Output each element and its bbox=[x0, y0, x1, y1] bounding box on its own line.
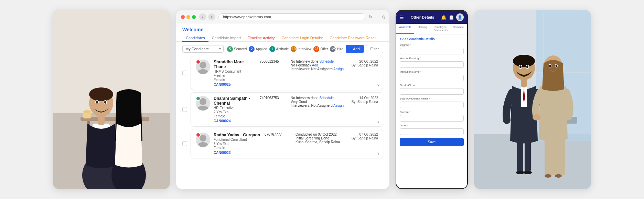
degree-input[interactable] bbox=[400, 48, 464, 54]
candidate-id-3[interactable]: CAN00023 bbox=[214, 151, 261, 155]
avatar-wrapper-3 bbox=[196, 133, 210, 147]
assign-link-1[interactable]: Assign bbox=[333, 67, 344, 71]
hamburger-icon[interactable]: ☰ bbox=[400, 15, 404, 20]
feedback-link-1[interactable]: Add bbox=[312, 63, 318, 67]
left-photo-panel bbox=[53, 10, 170, 189]
svg-point-12 bbox=[89, 87, 113, 101]
mobile-tab-academic[interactable]: Academic bbox=[396, 24, 414, 34]
url-bar[interactable]: https://www.pockethrms.com bbox=[218, 13, 365, 20]
calendar-icon[interactable]: 📋 bbox=[449, 15, 454, 20]
tab-password-reset[interactable]: Candidate Password Reset bbox=[326, 34, 379, 42]
browser-panel: ‹ › https://www.pockethrms.com ↻ + ⎙ Wel… bbox=[176, 10, 389, 189]
status-badges: 5 Sourced 2 Applied 1 Aptitude 10 Interv… bbox=[227, 46, 343, 52]
candidate-name-2: Dharani Sampath - Chennai bbox=[214, 96, 256, 106]
candidate-role-2: HR Executive bbox=[214, 106, 256, 110]
sourced-label: Sourced bbox=[234, 47, 247, 51]
others-input[interactable] bbox=[400, 128, 464, 135]
candidate-role-3: Functional Consultant bbox=[214, 138, 261, 142]
expand-icon-2[interactable]: ∨ bbox=[377, 120, 379, 124]
toolbar-buttons: + Add Filter bbox=[346, 45, 383, 53]
row-checkbox-2[interactable] bbox=[182, 107, 187, 112]
tab-timeline[interactable]: Timeline Activity bbox=[244, 34, 278, 42]
share-button[interactable]: ⎙ bbox=[382, 14, 385, 20]
candidate-filter-select[interactable]: My Candidate bbox=[182, 45, 224, 53]
assign-link-2[interactable]: Assign bbox=[333, 104, 344, 107]
bell-icon[interactable]: 🔔 bbox=[441, 15, 447, 20]
stream-label: Stream * bbox=[400, 111, 464, 114]
candidate-date-3: 07 Oct 2022 By: Sandip Raina bbox=[347, 133, 378, 140]
browser-nav: ‹ › bbox=[199, 13, 215, 20]
applied-count: 2 bbox=[249, 46, 255, 52]
board-label: Board/University Name * bbox=[400, 97, 464, 100]
status-dot-2 bbox=[196, 96, 201, 101]
candidate-id-2[interactable]: CAN00024 bbox=[214, 119, 256, 123]
tab-login-details[interactable]: Candidate Login Detailst bbox=[278, 34, 326, 42]
row-checkbox-1[interactable] bbox=[182, 71, 187, 75]
schedule-link-2[interactable]: Schedule bbox=[319, 96, 334, 100]
badge-hire: 125 Hire bbox=[330, 46, 343, 52]
add-button[interactable]: + Add bbox=[346, 45, 364, 53]
svg-point-23 bbox=[197, 142, 208, 147]
sourced-count: 5 bbox=[227, 46, 233, 52]
filter-button[interactable]: Filter bbox=[366, 45, 383, 53]
expand-icon-1[interactable]: ∨ bbox=[377, 83, 379, 87]
interview-label: Interview bbox=[298, 47, 311, 51]
candidates-list: Shraddha More - Thane HRMS Consultant Fr… bbox=[176, 56, 389, 189]
forward-button[interactable]: › bbox=[208, 13, 215, 20]
expand-icon-3[interactable]: ∨ bbox=[377, 151, 379, 155]
mobile-tab-documents[interactable]: Employee Documents bbox=[432, 24, 450, 34]
degree-label: Degree * bbox=[400, 43, 464, 46]
svg-point-34 bbox=[524, 171, 532, 174]
year-passing-input[interactable] bbox=[400, 61, 464, 68]
svg-point-48 bbox=[533, 114, 541, 121]
others-field: Others bbox=[400, 124, 464, 135]
avatar-wrapper-2 bbox=[196, 96, 210, 111]
candidate-name-1: Shraddha More - Thane bbox=[214, 60, 256, 69]
candidate-status-2: No Interview done Schedule Very Good Int… bbox=[291, 96, 344, 107]
stream-input[interactable] bbox=[400, 115, 464, 122]
save-button[interactable]: Save bbox=[400, 138, 464, 146]
svg-point-53 bbox=[549, 65, 551, 67]
candidate-status-3: Conducted on 07 Oct 2022 Initial Screeni… bbox=[296, 133, 344, 144]
minimize-dot[interactable] bbox=[186, 15, 190, 19]
row-checkbox-3[interactable] bbox=[182, 141, 187, 146]
candidate-id-1[interactable]: CAN00025 bbox=[214, 83, 256, 86]
institution-input[interactable] bbox=[400, 75, 464, 81]
candidate-phone-2: 7401063753 bbox=[260, 96, 287, 100]
maximize-dot[interactable] bbox=[192, 15, 196, 19]
back-button[interactable]: ‹ bbox=[199, 13, 206, 20]
tab-candidates[interactable]: Candidates bbox=[182, 34, 208, 42]
candidate-date-2: 14 Oct 2022 By: Sandip Raina bbox=[347, 96, 378, 104]
candidate-row-2: Dharani Sampath - Chennai HR Executive 2… bbox=[182, 92, 383, 127]
candidate-row-3: Radha Yadav - Gurgaon Functional Consult… bbox=[182, 129, 383, 158]
hire-count: 125 bbox=[330, 46, 336, 52]
grade-input[interactable] bbox=[400, 88, 464, 95]
board-field: Board/University Name * bbox=[400, 97, 464, 108]
offer-count: 23 bbox=[313, 46, 319, 52]
candidate-phone-1: 7506612345 bbox=[260, 60, 287, 63]
refresh-button[interactable]: ↻ bbox=[369, 14, 372, 19]
nav-tabs: Candidates Candidate Import Timeline Act… bbox=[176, 34, 389, 42]
candidate-gender-1: Female bbox=[214, 78, 256, 82]
schedule-link-1[interactable]: Schedule bbox=[319, 60, 334, 63]
svg-point-19 bbox=[197, 69, 208, 74]
candidate-card-3: Radha Yadav - Gurgaon Functional Consult… bbox=[191, 129, 383, 158]
interview-count: 10 bbox=[291, 46, 297, 52]
browser-content: Welcome Candidates Candidate Import Time… bbox=[176, 23, 389, 189]
mobile-panel: ☰ Other Details 🔔 📋 👤 Academic Joining E… bbox=[396, 10, 468, 189]
candidate-card-2: Dharani Sampath - Chennai HR Executive 2… bbox=[191, 92, 383, 127]
candidate-exp-3: 3 Yrs Exp bbox=[214, 142, 261, 146]
mobile-avatar[interactable]: 👤 bbox=[456, 13, 464, 21]
close-dot[interactable] bbox=[181, 15, 185, 19]
new-tab-button[interactable]: + bbox=[376, 14, 378, 20]
mobile-tab-joining[interactable]: Joining bbox=[414, 24, 432, 34]
mobile-title: Other Details bbox=[411, 15, 434, 19]
tab-candidate-import[interactable]: Candidate Import bbox=[208, 34, 244, 42]
svg-point-46 bbox=[545, 174, 551, 178]
candidate-gender-3: Female bbox=[214, 146, 261, 150]
mobile-tab-nominee[interactable]: Nominee bbox=[450, 24, 468, 34]
right-photo-panel bbox=[474, 10, 591, 189]
board-input[interactable] bbox=[400, 102, 464, 108]
window-controls bbox=[181, 15, 196, 19]
offer-label: Offer bbox=[320, 47, 328, 51]
